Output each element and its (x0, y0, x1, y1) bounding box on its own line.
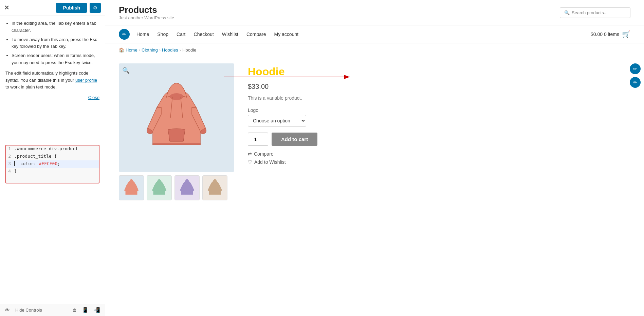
product-section: 🔍 (105, 57, 644, 211)
desktop-icon[interactable]: 🖥 (72, 307, 77, 313)
code-editor[interactable]: 1 .woocommerce div.product 2 .product_ti… (5, 145, 99, 183)
product-description: This is a variable product. (248, 95, 630, 101)
left-instructions: In the editing area, the Tab key enters … (0, 16, 105, 141)
search-box[interactable]: 🔍 (560, 7, 630, 18)
nav-home[interactable]: Home (136, 32, 149, 37)
zoom-icon[interactable]: 🔍 (122, 67, 130, 74)
publish-button[interactable]: Publish (56, 3, 87, 13)
thumbnail-1[interactable] (119, 175, 144, 200)
breadcrumb-home[interactable]: Home (126, 47, 137, 53)
product-title: Hoodie (248, 65, 630, 78)
edit-pencils: ✏ ✏ (630, 63, 641, 88)
tablet-icon[interactable]: 📱 (82, 307, 89, 313)
product-details: Hoodie $33.00 This is a variable product… (248, 63, 630, 200)
search-input[interactable] (572, 10, 626, 15)
cart-icon[interactable]: 🛒 (622, 30, 630, 38)
instruction-3: Screen reader users: when in forms mode,… (12, 52, 99, 66)
site-tagline: Just another WordPress site (119, 15, 560, 20)
nav-myaccount[interactable]: My account (274, 32, 299, 37)
wishlist-link[interactable]: ♡ Add to Wishlist (248, 159, 630, 165)
site-title: Products (119, 5, 560, 15)
add-to-cart-row: 1 Add to cart (248, 133, 630, 146)
svg-point-0 (170, 93, 183, 100)
instruction-2: To move away from this area, press the E… (12, 36, 99, 51)
hoodie-illustration (143, 77, 210, 158)
variation-select[interactable]: Choose an option Yes No (248, 115, 306, 126)
hide-controls-button[interactable]: Hide Controls (15, 308, 42, 313)
breadcrumb-hoodies[interactable]: Hoodies (162, 47, 178, 53)
search-icon: 🔍 (564, 10, 570, 15)
mobile-icon[interactable]: 📲 (93, 307, 100, 313)
breadcrumb: 🏠 Home › Clothing › Hoodies › Hoodie (105, 43, 644, 57)
nav-bar: ✏ Home Shop Cart Checkout Wishlist Compa… (105, 25, 644, 43)
breadcrumb-home-icon: 🏠 (119, 47, 124, 53)
product-images: 🔍 (119, 63, 234, 200)
left-panel: ✕ Publish ⚙ In the editing area, the Tab… (0, 0, 105, 316)
breadcrumb-clothing[interactable]: Clothing (142, 47, 158, 53)
thumbnail-2[interactable] (147, 175, 172, 200)
cart-area: $0.00 0 items 🛒 (591, 30, 630, 38)
code-line-1: 1 .woocommerce div.product (6, 145, 99, 153)
edit-pencil-bottom[interactable]: ✏ (630, 77, 641, 88)
nav-shop[interactable]: Shop (157, 32, 168, 37)
close-link[interactable]: Close (5, 94, 99, 101)
site-title-block: Products Just another WordPress site (119, 5, 560, 20)
quantity-input[interactable]: 1 (248, 133, 268, 146)
product-price: $33.00 (248, 83, 630, 91)
product-actions: ⇄ Compare ♡ Add to Wishlist (248, 151, 630, 165)
nav-checkout[interactable]: Checkout (194, 32, 214, 37)
add-to-cart-button[interactable]: Add to cart (272, 133, 317, 146)
eye-icon: 👁 (5, 307, 10, 313)
nav-cart[interactable]: Cart (177, 32, 185, 37)
nav-compare[interactable]: Compare (246, 32, 266, 37)
thumbnail-3[interactable] (174, 175, 200, 200)
close-x-button[interactable]: ✕ (4, 4, 9, 12)
compare-link[interactable]: ⇄ Compare (248, 151, 630, 157)
instruction-1: In the editing area, the Tab key enters … (12, 20, 99, 34)
variation-label: Logo (248, 107, 630, 113)
nav-wishlist[interactable]: Wishlist (222, 32, 238, 37)
site-header: Products Just another WordPress site 🔍 (105, 0, 644, 25)
nav-logo[interactable]: ✏ (119, 29, 130, 40)
code-line-5 (6, 175, 99, 183)
heart-icon: ♡ (248, 159, 252, 165)
top-bar: ✕ Publish ⚙ (0, 0, 105, 16)
thumbnail-4[interactable] (202, 175, 227, 200)
editor-description: The edit field automatically highlights … (5, 70, 99, 91)
compare-icon: ⇄ (248, 151, 252, 157)
device-icons: 🖥 📱 📲 (72, 307, 100, 313)
cart-amount: $0.00 0 items (591, 32, 619, 37)
code-line-3: 3 color: #FFCE00; (6, 160, 99, 168)
main-product-image[interactable]: 🔍 (119, 63, 234, 172)
bottom-bar: 👁 Hide Controls 🖥 📱 📲 (0, 304, 105, 316)
nav-links: Home Shop Cart Checkout Wishlist Compare… (136, 32, 591, 37)
code-line-2: 2 .product_title { (6, 153, 99, 160)
user-profile-link[interactable]: user profile (75, 78, 97, 83)
code-line-4: 4 } (6, 168, 99, 175)
main-area: Products Just another WordPress site 🔍 ✏… (105, 0, 644, 316)
thumbnail-row (119, 175, 234, 200)
breadcrumb-current: Hoodie (182, 47, 196, 53)
gear-button[interactable]: ⚙ (90, 3, 101, 13)
edit-pencil-top[interactable]: ✏ (630, 63, 641, 74)
